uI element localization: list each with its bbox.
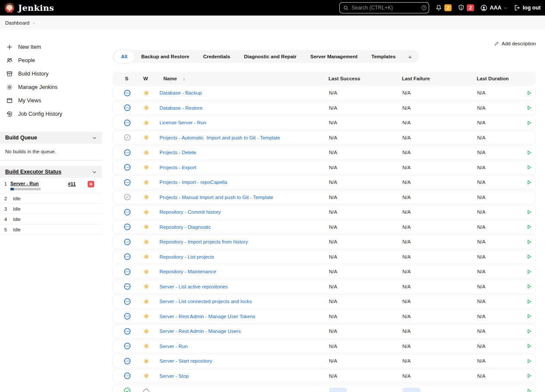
run-build-button[interactable] [525, 104, 533, 112]
last-failure-value: N/A [398, 284, 473, 289]
build-queue-header[interactable]: Build Queue [0, 132, 102, 144]
job-link[interactable]: Repository - Diagnostic [155, 224, 325, 230]
job-link[interactable]: Server - List connected projects and loc… [155, 299, 325, 304]
search-input[interactable] [351, 5, 418, 11]
job-table-header: S W Name↓ Last Success Last Failure Last… [112, 72, 536, 85]
build-history-icon [6, 70, 13, 77]
run-build-button[interactable] [525, 387, 533, 392]
executor-job-link[interactable]: Server - Run [10, 181, 38, 186]
run-build-button[interactable] [525, 178, 533, 187]
last-failure-value: N/A [398, 105, 473, 111]
job-link[interactable]: Projects - Delete [155, 150, 325, 155]
run-build-button[interactable] [525, 327, 533, 335]
sidebar-item-label: Build History [18, 71, 48, 77]
run-build-button[interactable] [525, 268, 533, 276]
logout-button[interactable]: log out [513, 4, 541, 11]
run-build-button[interactable] [525, 342, 533, 350]
add-description-button[interactable]: Add description [494, 41, 536, 46]
tab-backup-and-restore[interactable]: Backup and Restore [134, 50, 196, 63]
run-build-button[interactable] [525, 253, 533, 261]
jenkins-home-link[interactable]: Jenkins [4, 3, 54, 13]
run-build-button[interactable] [525, 312, 533, 320]
last-failure-value: N/A [398, 314, 473, 319]
weather-sunny-icon [137, 313, 155, 320]
sidebar-item-manage-jenkins[interactable]: Manage Jenkins [0, 80, 102, 94]
tab-credentials[interactable]: Credentials [196, 50, 237, 63]
build-executor-status-title: Build Executor Status [5, 169, 61, 175]
job-link[interactable]: Server - Run [155, 344, 325, 349]
build-executor-status-header[interactable]: Build Executor Status [0, 166, 102, 178]
breadcrumb-dashboard[interactable]: Dashboard [5, 20, 29, 25]
weather-sunny-icon [137, 298, 155, 305]
run-build-button[interactable] [525, 223, 533, 231]
last-failure-value: N/A [398, 90, 473, 95]
job-link[interactable]: Projects - Export [155, 165, 325, 170]
sidebar-item-people[interactable]: People [0, 54, 102, 67]
run-build-button[interactable] [525, 89, 533, 97]
run-build-button[interactable] [525, 238, 533, 246]
build-number-link[interactable]: #11 [68, 181, 76, 187]
job-table-body: Database - BackupN/AN/AN/ADatabase - Res… [112, 86, 536, 392]
tab-templates[interactable]: Templates [364, 50, 402, 63]
run-build-button[interactable] [525, 149, 533, 157]
sidebar-item-build-history[interactable]: Build History [0, 67, 102, 80]
executor-list: 1Server - Run#11✕2Idle3Idle4Idle5Idle [0, 178, 102, 235]
run-build-button[interactable] [525, 208, 533, 216]
job-link[interactable]: Projects - Manual Import and push to Git… [155, 195, 325, 200]
job-link[interactable]: Projects - Automatic Import and push to … [155, 135, 325, 140]
run-build-button[interactable] [525, 372, 533, 380]
run-cell [522, 327, 541, 335]
table-row [112, 384, 536, 392]
run-cell [522, 372, 541, 380]
job-link[interactable]: Server - Start repository [155, 358, 325, 364]
table-row: Projects - Automatic Import and push to … [112, 131, 536, 145]
job-link[interactable]: Projects - Import - repoCapella [155, 180, 325, 185]
last-duration-value: N/A [473, 284, 522, 289]
job-link[interactable]: Server - Rest Admin - Manage User Tokens [155, 314, 325, 319]
gear-icon [6, 84, 13, 91]
last-duration-value: N/A [473, 269, 522, 274]
sidebar-item-my-views[interactable]: My Views [0, 94, 102, 107]
job-link[interactable]: Database - Backup [155, 90, 325, 95]
job-link[interactable]: Server - Stop [155, 373, 325, 379]
column-weather[interactable]: W [137, 76, 155, 81]
build-progress-bar[interactable] [10, 188, 41, 190]
sidebar-item-new-item[interactable]: New Item [0, 40, 102, 54]
notifications-badge: 2 [444, 4, 452, 11]
column-last-failure[interactable]: Last Failure [398, 76, 472, 81]
run-build-button[interactable] [525, 119, 533, 127]
security-warnings-button[interactable]: 2 [458, 4, 474, 11]
sidebar-item-job-config-history[interactable]: Job Config History [0, 107, 102, 120]
column-name[interactable]: Name↓ [155, 76, 324, 81]
user-menu[interactable]: AAA [480, 4, 507, 12]
run-build-button[interactable] [525, 163, 533, 171]
job-link[interactable]: Repository - List projects [155, 254, 325, 259]
play-icon [526, 164, 532, 171]
job-link[interactable]: Server - List active repositories [155, 284, 325, 289]
job-link[interactable]: License Server - Run [155, 120, 325, 125]
column-status[interactable]: S [117, 76, 137, 81]
search-help-icon[interactable] [421, 5, 427, 11]
table-row: Server - List connected projects and loc… [112, 294, 536, 309]
tab-server-management[interactable]: Server Management [303, 50, 364, 63]
job-link[interactable]: Database - Restore [155, 105, 325, 111]
stop-build-button[interactable]: ✕ [88, 181, 94, 187]
notifications-button[interactable]: 2 [435, 4, 452, 11]
column-last-success[interactable]: Last Success [324, 76, 398, 81]
shield-warning-icon [458, 4, 465, 11]
search-icon [343, 5, 349, 11]
run-build-button[interactable] [525, 357, 533, 365]
job-link[interactable]: Repository - Import projects from histor… [155, 239, 325, 244]
job-link[interactable]: Server - Rest Admin - Manage Users [155, 329, 325, 334]
run-build-button[interactable] [525, 282, 533, 291]
column-last-duration[interactable]: Last Duration [472, 76, 521, 81]
run-build-button[interactable] [525, 297, 533, 306]
tab-all[interactable]: All [114, 50, 134, 63]
job-link[interactable]: Repository - Commit history [155, 209, 325, 215]
job-link[interactable]: Repository - Maintenance [155, 269, 325, 274]
add-view-button[interactable]: + [402, 53, 418, 60]
play-icon [526, 313, 532, 319]
tab-diagnostic-and-repair[interactable]: Diagnostic and Repair [237, 50, 303, 63]
executor-number: 2 [4, 196, 10, 201]
last-duration-value: N/A [473, 180, 522, 185]
